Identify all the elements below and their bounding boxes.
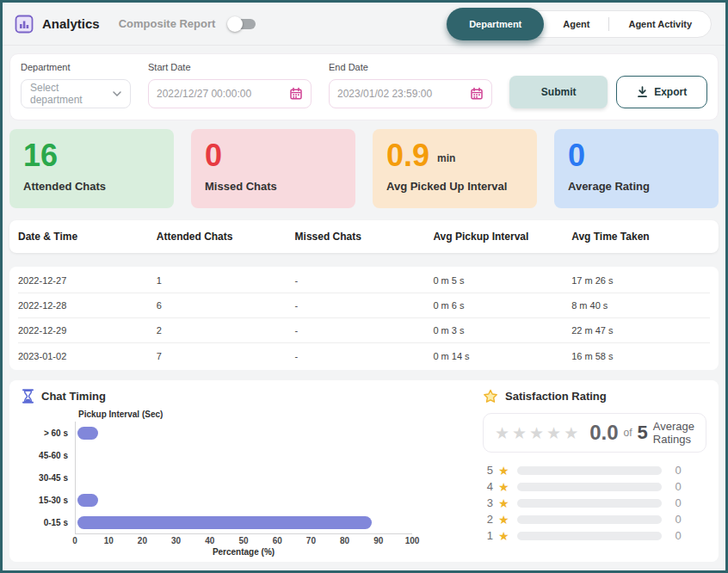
end-date-label: End Date <box>329 62 492 72</box>
of-label: of <box>624 427 632 439</box>
average-rating-value: 0.0 <box>589 421 618 445</box>
table-row: 2023-01-027-0 m 14 s16 m 58 s <box>18 343 710 368</box>
chart-category-label: > 60 s <box>25 422 75 444</box>
stat-value: 0 <box>568 138 705 173</box>
stat-card-average-rating: 0Average Rating <box>554 129 719 208</box>
table-cell: 22 m 47 s <box>571 325 710 336</box>
column-header-avg-time-taken: Avg Time Taken <box>571 231 710 243</box>
rating-count: 0 <box>676 496 682 509</box>
chat-timing-chart: > 60 s45-60 s30-45 s15-30 s0-15 s <box>25 422 478 534</box>
rating-row-5-star: 5★0 <box>483 462 706 478</box>
department-select-value: Select department <box>30 82 113 106</box>
start-date-input[interactable]: 2022/12/27 00:00:00 <box>148 79 312 108</box>
start-date-value: 2022/12/27 00:00:00 <box>157 88 251 100</box>
table-cell: 16 m 58 s <box>571 351 710 361</box>
table-cell: 0 m 14 s <box>433 351 571 361</box>
chart-bar <box>77 516 372 529</box>
end-date-input[interactable]: 2023/01/02 23:59:00 <box>329 79 492 108</box>
table-body: 2022-12-271-0 m 5 s17 m 26 s2022-12-286-… <box>9 267 719 370</box>
star-icon: ★ <box>498 465 509 477</box>
page-title: Analytics <box>42 16 100 31</box>
chart-x-ticks: 0102030405060708090100 <box>75 534 412 545</box>
stat-label: Avg Picked Up Interval <box>386 180 523 193</box>
table-cell: - <box>295 275 434 286</box>
column-header-attended-chats: Attended Chats <box>157 231 295 243</box>
composite-report-toggle[interactable] <box>227 15 258 33</box>
stat-card-attended-chats: 16Attended Chats <box>9 129 174 208</box>
export-label: Export <box>654 86 687 98</box>
table-row: 2022-12-286-0 m 6 s8 m 40 s <box>18 293 710 318</box>
rating-bar-track <box>517 532 662 540</box>
chart-x-axis-title: Percentage (%) <box>75 547 412 557</box>
x-tick-label: 90 <box>373 536 383 545</box>
table-cell: 17 m 26 s <box>571 275 710 286</box>
rating-count: 0 <box>676 464 682 477</box>
download-icon <box>637 86 648 98</box>
chat-timing-header: Chat Timing <box>22 389 478 404</box>
tab-agent[interactable]: Agent <box>544 10 608 38</box>
filter-card: Department Select department Start Date … <box>9 53 719 120</box>
top-bar: Analytics Composite Report DepartmentAge… <box>3 3 725 46</box>
table-cell: 2023-01-02 <box>18 351 157 361</box>
x-tick-label: 40 <box>205 536 214 545</box>
x-tick-label: 80 <box>340 536 349 545</box>
chart-bar-row <box>76 422 412 444</box>
calendar-icon[interactable] <box>289 87 303 101</box>
rating-count: 0 <box>676 513 682 526</box>
export-button[interactable]: Export <box>616 76 707 108</box>
tab-department[interactable]: Department <box>447 8 544 40</box>
end-date-field: End Date 2023/01/02 23:59:00 <box>329 62 492 108</box>
x-tick-label: 10 <box>104 536 114 545</box>
calendar-icon[interactable] <box>470 87 484 101</box>
table-row: 2022-12-292-0 m 3 s22 m 47 s <box>18 318 710 343</box>
table-cell: 0 m 3 s <box>433 325 571 336</box>
tab-agent-activity[interactable]: Agent Activity <box>609 10 711 38</box>
stat-card-missed-chats: 0Missed Chats <box>191 129 355 208</box>
table-cell: 2022-12-29 <box>18 325 157 336</box>
rating-row-1-star: 1★0 <box>483 527 706 544</box>
start-date-label: Start Date <box>148 62 312 72</box>
rating-count: 0 <box>676 529 682 542</box>
chart-category-labels: > 60 s45-60 s30-45 s15-30 s0-15 s <box>25 422 75 534</box>
table-cell: 7 <box>157 351 295 361</box>
table-cell: 0 m 6 s <box>433 300 571 311</box>
composite-report-label: Composite Report <box>119 17 216 30</box>
table-cell: 2 <box>157 325 295 336</box>
average-ratings-label: Average Ratings <box>653 420 694 446</box>
chat-timing-title: Chat Timing <box>41 390 106 403</box>
rating-bar-track <box>517 499 662 508</box>
star-icon: ★ <box>498 530 509 542</box>
submit-button[interactable]: Submit <box>509 76 608 108</box>
rating-star-count-label: 1 <box>483 529 493 542</box>
report-tabs: DepartmentAgentAgent Activity <box>446 10 712 38</box>
chart-bar-row <box>76 511 412 533</box>
star-icon: ★ <box>498 497 509 509</box>
toggle-knob <box>227 16 243 32</box>
department-label: Department <box>21 62 131 72</box>
analytics-page: Analytics Composite Report DepartmentAge… <box>0 0 728 573</box>
star-icon <box>483 389 498 404</box>
table-cell: 8 m 40 s <box>571 300 710 311</box>
stat-label: Attended Chats <box>23 180 160 193</box>
rating-distribution: 5★04★03★02★01★0 <box>483 462 706 544</box>
chart-bar <box>77 427 98 440</box>
stat-label: Average Rating <box>568 180 705 193</box>
chart-category-label: 45-60 s <box>25 444 75 466</box>
start-date-field: Start Date 2022/12/27 00:00:00 <box>148 62 312 108</box>
chart-plot-area <box>75 422 412 534</box>
satisfaction-title: Satisfaction Rating <box>505 390 607 403</box>
stat-label: Missed Chats <box>205 180 342 193</box>
table-cell: 1 <box>157 275 295 286</box>
max-rating-value: 5 <box>638 422 648 444</box>
chart-bar <box>77 494 98 507</box>
department-select[interactable]: Select department <box>21 79 131 108</box>
hourglass-icon <box>22 389 34 404</box>
satisfaction-section: Satisfaction Rating ★★★★★ 0.0 of 5 Avera… <box>478 389 706 557</box>
table-cell: 2022-12-27 <box>18 275 157 286</box>
chart-bar-row <box>76 444 412 466</box>
chat-timing-section: Chat Timing Pickup Interval (Sec) > 60 s… <box>22 389 478 557</box>
column-header-date-time: Date & Time <box>18 231 157 243</box>
stat-unit: min <box>437 153 455 165</box>
star-icon: ★ <box>498 481 509 493</box>
rating-star-count-label: 3 <box>483 496 493 509</box>
